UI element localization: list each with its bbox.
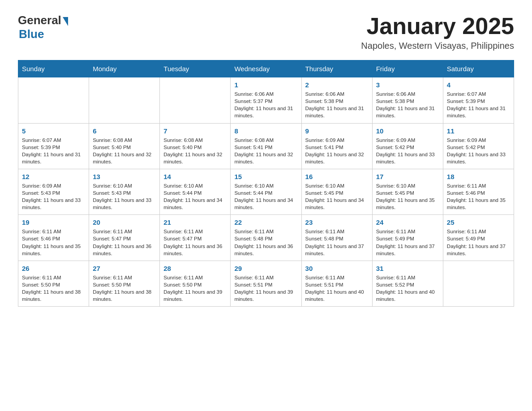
day-number: 17 (376, 173, 439, 180)
day-number: 20 (93, 218, 156, 226)
day-number: 6 (93, 127, 156, 135)
calendar-cell: 19Sunrise: 6:11 AMSunset: 5:46 PMDayligh… (18, 215, 89, 261)
calendar-cell: 24Sunrise: 6:11 AMSunset: 5:49 PMDayligh… (372, 215, 443, 261)
day-info: Sunrise: 6:11 AMSunset: 5:50 PMDaylight:… (93, 274, 156, 303)
calendar-cell: 15Sunrise: 6:10 AMSunset: 5:44 PMDayligh… (231, 169, 301, 214)
day-info: Sunrise: 6:10 AMSunset: 5:45 PMDaylight:… (376, 182, 439, 211)
day-number: 3 (376, 81, 439, 89)
day-info: Sunrise: 6:09 AMSunset: 5:41 PMDaylight:… (305, 137, 369, 165)
day-info: Sunrise: 6:11 AMSunset: 5:46 PMDaylight:… (447, 182, 510, 211)
calendar-week-3: 12Sunrise: 6:09 AMSunset: 5:43 PMDayligh… (18, 169, 514, 214)
day-number: 31 (376, 265, 439, 272)
day-info: Sunrise: 6:09 AMSunset: 5:42 PMDaylight:… (447, 137, 510, 165)
calendar-cell: 2Sunrise: 6:06 AMSunset: 5:38 PMDaylight… (301, 77, 372, 123)
day-info: Sunrise: 6:09 AMSunset: 5:42 PMDaylight:… (376, 137, 439, 165)
day-info: Sunrise: 6:10 AMSunset: 5:44 PMDaylight:… (234, 182, 297, 211)
day-info: Sunrise: 6:11 AMSunset: 5:50 PMDaylight:… (163, 274, 227, 303)
calendar-cell: 8Sunrise: 6:08 AMSunset: 5:41 PMDaylight… (231, 123, 301, 169)
calendar-header-saturday: Saturday (443, 60, 514, 77)
day-number: 18 (447, 173, 510, 180)
calendar-cell (160, 77, 231, 123)
calendar-cell: 23Sunrise: 6:11 AMSunset: 5:48 PMDayligh… (301, 215, 372, 261)
calendar-cell (18, 77, 89, 123)
day-info: Sunrise: 6:07 AMSunset: 5:39 PMDaylight:… (22, 137, 85, 165)
calendar-week-4: 19Sunrise: 6:11 AMSunset: 5:46 PMDayligh… (18, 215, 514, 261)
calendar-cell: 13Sunrise: 6:10 AMSunset: 5:43 PMDayligh… (89, 169, 160, 214)
calendar-cell: 7Sunrise: 6:08 AMSunset: 5:40 PMDaylight… (160, 123, 231, 169)
calendar-table: SundayMondayTuesdayWednesdayThursdayFrid… (18, 60, 514, 307)
calendar-cell: 20Sunrise: 6:11 AMSunset: 5:47 PMDayligh… (89, 215, 160, 261)
calendar-header-monday: Monday (89, 60, 160, 77)
calendar-cell: 12Sunrise: 6:09 AMSunset: 5:43 PMDayligh… (18, 169, 89, 214)
calendar-cell: 10Sunrise: 6:09 AMSunset: 5:42 PMDayligh… (372, 123, 443, 169)
calendar-cell: 16Sunrise: 6:10 AMSunset: 5:45 PMDayligh… (301, 169, 372, 214)
day-info: Sunrise: 6:11 AMSunset: 5:48 PMDaylight:… (234, 228, 297, 257)
day-number: 5 (22, 127, 85, 135)
day-info: Sunrise: 6:11 AMSunset: 5:51 PMDaylight:… (305, 274, 369, 303)
day-info: Sunrise: 6:11 AMSunset: 5:51 PMDaylight:… (234, 274, 297, 303)
calendar-week-1: 1Sunrise: 6:06 AMSunset: 5:37 PMDaylight… (18, 77, 514, 123)
day-info: Sunrise: 6:11 AMSunset: 5:50 PMDaylight:… (22, 274, 85, 303)
day-number: 30 (305, 265, 369, 272)
calendar-header-tuesday: Tuesday (160, 60, 231, 77)
day-info: Sunrise: 6:06 AMSunset: 5:38 PMDaylight:… (305, 90, 369, 119)
calendar-cell: 31Sunrise: 6:11 AMSunset: 5:52 PMDayligh… (372, 261, 443, 306)
day-number: 26 (22, 265, 85, 272)
day-number: 29 (234, 265, 297, 272)
day-number: 23 (305, 218, 369, 226)
logo-blue-text: Blue (19, 27, 44, 41)
calendar-header-row: SundayMondayTuesdayWednesdayThursdayFrid… (18, 60, 514, 77)
page-header: General Blue January 2025 Napoles, Weste… (18, 13, 514, 51)
day-info: Sunrise: 6:11 AMSunset: 5:49 PMDaylight:… (376, 228, 439, 257)
logo-triangle-icon (63, 17, 68, 26)
calendar-cell: 30Sunrise: 6:11 AMSunset: 5:51 PMDayligh… (301, 261, 372, 306)
calendar-cell (89, 77, 160, 123)
day-number: 7 (163, 127, 227, 135)
calendar-week-5: 26Sunrise: 6:11 AMSunset: 5:50 PMDayligh… (18, 261, 514, 306)
day-number: 28 (163, 265, 227, 272)
calendar-header-wednesday: Wednesday (231, 60, 301, 77)
calendar-cell: 26Sunrise: 6:11 AMSunset: 5:50 PMDayligh… (18, 261, 89, 306)
day-number: 25 (447, 218, 510, 226)
day-info: Sunrise: 6:10 AMSunset: 5:43 PMDaylight:… (93, 182, 156, 211)
day-number: 2 (305, 81, 369, 89)
calendar-header-sunday: Sunday (18, 60, 89, 77)
day-number: 19 (22, 218, 85, 226)
day-info: Sunrise: 6:11 AMSunset: 5:47 PMDaylight:… (163, 228, 227, 257)
day-info: Sunrise: 6:11 AMSunset: 5:52 PMDaylight:… (376, 274, 439, 303)
calendar-cell: 17Sunrise: 6:10 AMSunset: 5:45 PMDayligh… (372, 169, 443, 214)
day-number: 9 (305, 127, 369, 135)
day-info: Sunrise: 6:11 AMSunset: 5:46 PMDaylight:… (22, 228, 85, 257)
calendar-cell (443, 261, 514, 306)
calendar-cell: 5Sunrise: 6:07 AMSunset: 5:39 PMDaylight… (18, 123, 89, 169)
day-info: Sunrise: 6:11 AMSunset: 5:47 PMDaylight:… (93, 228, 156, 257)
calendar-body: 1Sunrise: 6:06 AMSunset: 5:37 PMDaylight… (18, 77, 514, 307)
day-number: 1 (234, 81, 297, 89)
calendar-header-friday: Friday (372, 60, 443, 77)
day-number: 8 (234, 127, 297, 135)
day-info: Sunrise: 6:07 AMSunset: 5:39 PMDaylight:… (447, 90, 510, 119)
logo: General Blue (18, 13, 68, 41)
day-number: 11 (447, 127, 510, 135)
calendar-cell: 4Sunrise: 6:07 AMSunset: 5:39 PMDaylight… (443, 77, 514, 123)
day-number: 10 (376, 127, 439, 135)
calendar-cell: 1Sunrise: 6:06 AMSunset: 5:37 PMDaylight… (231, 77, 301, 123)
day-info: Sunrise: 6:09 AMSunset: 5:43 PMDaylight:… (22, 182, 85, 211)
calendar-week-2: 5Sunrise: 6:07 AMSunset: 5:39 PMDaylight… (18, 123, 514, 169)
day-number: 22 (234, 218, 297, 226)
calendar-header-thursday: Thursday (301, 60, 372, 77)
calendar-cell: 18Sunrise: 6:11 AMSunset: 5:46 PMDayligh… (443, 169, 514, 214)
day-info: Sunrise: 6:06 AMSunset: 5:37 PMDaylight:… (234, 90, 297, 119)
logo-general-text: General (18, 13, 61, 27)
calendar-cell: 9Sunrise: 6:09 AMSunset: 5:41 PMDaylight… (301, 123, 372, 169)
day-number: 14 (163, 173, 227, 180)
day-number: 21 (163, 218, 227, 226)
day-info: Sunrise: 6:08 AMSunset: 5:41 PMDaylight:… (234, 137, 297, 165)
day-number: 15 (234, 173, 297, 180)
day-info: Sunrise: 6:08 AMSunset: 5:40 PMDaylight:… (93, 137, 156, 165)
page-subtitle: Napoles, Western Visayas, Philippines (361, 41, 514, 51)
day-info: Sunrise: 6:10 AMSunset: 5:44 PMDaylight:… (163, 182, 227, 211)
day-number: 4 (447, 81, 510, 89)
calendar-cell: 22Sunrise: 6:11 AMSunset: 5:48 PMDayligh… (231, 215, 301, 261)
day-info: Sunrise: 6:11 AMSunset: 5:49 PMDaylight:… (447, 228, 510, 257)
